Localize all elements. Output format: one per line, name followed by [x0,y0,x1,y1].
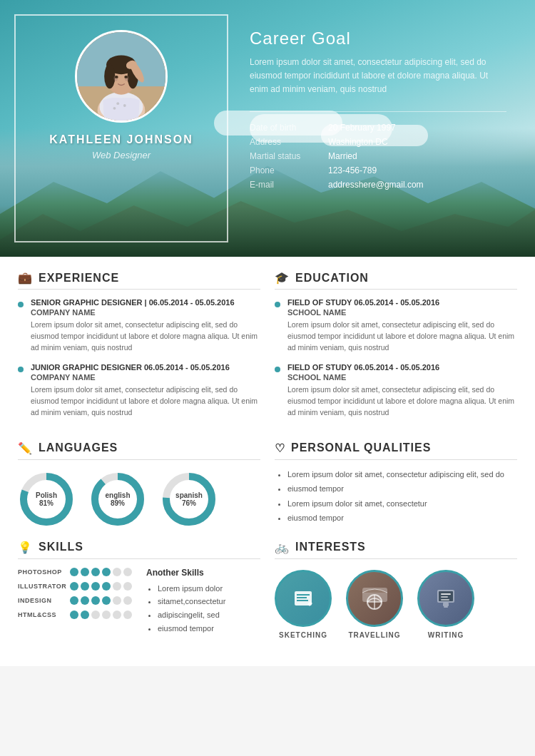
qualities-section-title: ♡ PERSONAL QUALITIES [275,441,517,460]
person-name: KATHLEEN JOHNSON [49,133,193,146]
travelling-svg [359,582,391,614]
dot [102,611,111,619]
interest-sketching: SKETCHING [275,570,332,639]
main-content: 💼 EXPERIENCE SENIOR GRAPHIC DESIGNER | 0… [0,257,535,666]
skills-interests-row: 💡 SKILLS PHOTOSHOP [18,541,517,639]
dot [102,596,111,605]
sketching-svg [289,584,317,613]
dot [81,611,89,619]
interest-circle-travelling [346,570,403,627]
skills-content: PHOTOSHOP ILLUSTRATOR [18,568,260,635]
dot [70,611,78,619]
languages-column: ✏️ LANGUAGES Polish 81% [18,441,260,528]
exp-content-0: SENIOR GRAPHIC DESIGNER | 06.05.2014 - 0… [31,298,260,353]
header-right-panel: Career Goal Lorem ipsum dolor sit amet, … [235,14,521,208]
writing-icon [419,572,472,625]
skill-htmlcss: HTML&CSS [18,611,132,619]
interests-title-text: INTERESTS [295,541,366,553]
skills-column: 💡 SKILLS PHOTOSHOP [18,541,260,639]
interest-circle-sketching [275,570,332,627]
skills-icon: 💡 [18,541,33,554]
lang-chart-polish: Polish 81% [18,471,75,528]
exp-item-1: JUNIOR GRAPHIC DESIGNER 06.05.2014 - 05.… [18,363,260,418]
lang-label-spanish: spanish 76% [175,491,203,507]
dot [91,568,100,576]
dot [102,568,111,576]
exp-title-0: SENIOR GRAPHIC DESIGNER | 06.05.2014 - 0… [31,298,260,307]
info-row-email: E-mail addresshere@gmail.com [250,180,506,190]
lang-name-english: english [105,491,130,499]
info-row-dob: Date of birth 20 February 1997 [250,123,506,133]
phone-value: 123-456-789 [328,165,377,175]
marital-value: Married [328,151,357,161]
lang-pct-english: 89% [105,499,130,507]
skill-photoshop: PHOTOSHOP [18,568,132,576]
languages-icon: ✏️ [18,441,33,455]
header-section: KATHLEEN JOHNSON Web Designer Career Goa… [0,0,535,257]
edu-desc-0: Lorem ipsum dolor sit amet, consectetur … [287,320,517,353]
qualities-list: Lorem ipsum dolor sit amet, consectetur … [275,469,517,525]
info-row-phone: Phone 123-456-789 [250,165,506,175]
languages-section-title: ✏️ LANGUAGES [18,441,260,460]
languages-title-text: LANGUAGES [39,441,118,454]
person-title: Web Designer [92,150,151,160]
marital-label: Martial status [250,151,328,161]
skill-name-htmlcss: HTML&CSS [18,611,64,618]
phone-label: Phone [250,165,328,175]
experience-education-row: 💼 EXPERIENCE SENIOR GRAPHIC DESIGNER | 0… [18,271,517,429]
skill-indesign: INDESIGN [18,596,132,605]
svg-point-16 [116,102,119,105]
exp-desc-0: Lorem ipsum dolor sit amet, consectetur … [31,320,260,353]
career-goal-title: Career Goal [250,29,506,48]
lang-label-english: english 89% [105,491,130,507]
svg-point-18 [113,107,116,110]
lang-label-polish: Polish 81% [36,491,57,507]
another-skills-title: Another Skills [146,568,260,578]
exp-desc-1: Lorem ipsum dolor sit amet, consectetur … [31,384,260,418]
avatar-image [77,30,165,123]
sketching-label: SKETCHING [279,631,327,639]
edu-content-1: FIELD OF STUDY 06.05.2014 - 05.05.2016 S… [287,363,517,418]
experience-column: 💼 EXPERIENCE SENIOR GRAPHIC DESIGNER | 0… [18,271,260,429]
qualities-title-text: PERSONAL QUALITIES [291,441,431,454]
another-skill-0: Lorem ipsum dolor [158,582,260,596]
edu-field-0: FIELD OF STUDY 06.05.2014 - 05.05.2016 [287,298,517,307]
edu-content-0: FIELD OF STUDY 06.05.2014 - 05.05.2016 S… [287,298,517,353]
education-section-title: 🎓 EDUCATION [275,271,517,290]
dot [70,596,78,605]
header-left-panel: KATHLEEN JOHNSON Web Designer [14,14,228,242]
exp-company-0: COMPANY NAME [31,308,260,317]
interest-circle-writing [417,570,474,627]
writing-svg [432,584,460,613]
interests-circles: SKETCHING [275,570,517,639]
dot [123,568,132,576]
edu-item-1: FIELD OF STUDY 06.05.2014 - 05.05.2016 S… [275,363,517,418]
dot [113,568,121,576]
svg-point-13 [124,76,128,78]
dot [70,568,78,576]
lang-chart-spanish: spanish 76% [160,471,218,528]
exp-bullet-1 [18,367,24,372]
dot [123,611,132,619]
exp-item-0: SENIOR GRAPHIC DESIGNER | 06.05.2014 - 0… [18,298,260,353]
edu-item-0: FIELD OF STUDY 06.05.2014 - 05.05.2016 S… [275,298,517,353]
travelling-icon [348,572,401,625]
skill-name-indesign: INDESIGN [18,597,64,604]
dot [102,582,111,591]
dob-value: 20 February 1997 [328,123,396,133]
svg-rect-36 [441,596,448,598]
interest-travelling: TRAVELLING [346,570,403,639]
dot [81,568,89,576]
education-icon: 🎓 [275,271,290,285]
svg-point-17 [123,104,126,107]
edu-desc-1: Lorem ipsum dolor sit amet, consectetur … [287,384,517,418]
experience-icon: 💼 [18,271,33,285]
dot [91,611,100,619]
quality-0: Lorem ipsum dolor sit amet, consectetur … [287,469,517,481]
travelling-label: TRAVELLING [348,631,400,639]
dot [91,596,100,605]
writing-label: WRITING [428,631,464,639]
dob-label: Date of birth [250,123,328,133]
info-row-marital: Martial status Married [250,151,506,161]
qualities-column: ♡ PERSONAL QUALITIES Lorem ipsum dolor s… [275,441,517,528]
